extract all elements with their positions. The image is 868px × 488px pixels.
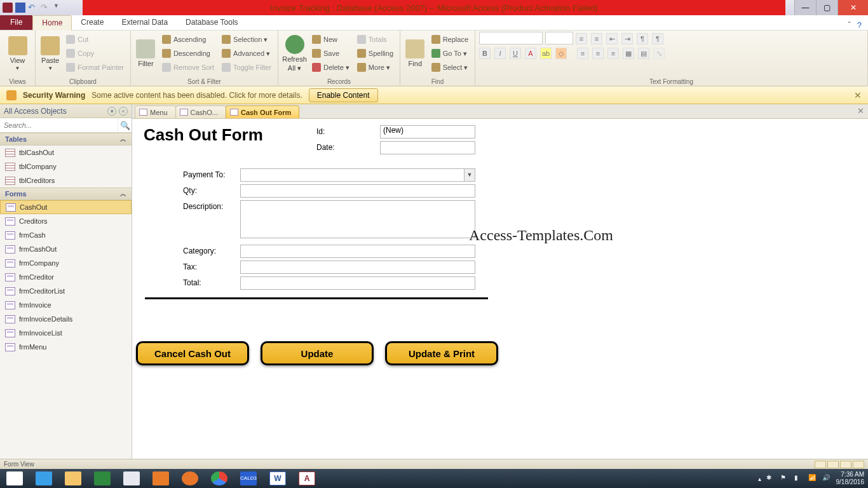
nav-category-tables[interactable]: Tables︽ xyxy=(0,133,132,146)
nav-form-item[interactable]: frmCompany xyxy=(0,256,132,270)
nav-form-item[interactable]: frmCreditor xyxy=(0,270,132,284)
more-button[interactable]: More ▾ xyxy=(355,61,396,74)
nav-form-item[interactable]: frmCashOut xyxy=(0,242,132,256)
nav-form-item[interactable]: Creditors xyxy=(0,214,132,228)
doc-tab-cashout-form[interactable]: Cash Out Form xyxy=(226,105,299,118)
search-input[interactable] xyxy=(0,118,118,132)
filter-button[interactable]: Filter xyxy=(135,32,157,75)
remove-sort-button[interactable]: Remove Sort xyxy=(159,61,217,74)
close-button[interactable]: ✕ xyxy=(837,0,868,15)
taskbar-app2[interactable] xyxy=(146,469,175,488)
total-field[interactable] xyxy=(240,276,475,290)
qat-dropdown-icon[interactable]: ▼ xyxy=(53,3,64,13)
security-warning-message[interactable]: Some active content has been disabled. C… xyxy=(92,91,302,100)
help-icon[interactable]: ? xyxy=(857,20,862,30)
advanced-button[interactable]: Advanced ▾ xyxy=(219,47,274,60)
paste-button[interactable]: Paste▼ xyxy=(39,32,61,75)
undo-icon[interactable]: ↶ xyxy=(28,3,38,13)
tax-field[interactable] xyxy=(240,261,475,274)
tray-up-icon[interactable]: ▴ xyxy=(758,475,761,482)
layout-view-icon[interactable] xyxy=(840,461,851,468)
align-right-icon[interactable]: ≡ xyxy=(607,48,619,59)
numbering-icon[interactable]: ≡ xyxy=(591,33,602,44)
bluetooth-icon[interactable]: ✱ xyxy=(766,474,775,483)
taskbar-firefox[interactable] xyxy=(175,469,205,488)
selection-button[interactable]: Selection ▾ xyxy=(219,33,274,46)
nav-table-item[interactable]: tblCreditors xyxy=(0,173,132,187)
highlight-icon[interactable]: ab xyxy=(540,48,552,59)
minimize-button[interactable]: — xyxy=(794,0,816,15)
update-button[interactable]: Update xyxy=(261,341,374,365)
nav-table-item[interactable]: tblCompany xyxy=(0,159,132,173)
flag-icon[interactable]: ⚑ xyxy=(780,474,789,483)
bullets-icon[interactable]: ≡ xyxy=(576,33,587,44)
sort-asc-button[interactable]: Ascending xyxy=(159,33,217,46)
maximize-button[interactable]: ▢ xyxy=(816,0,837,15)
redo-icon[interactable]: ↷ xyxy=(41,3,51,13)
sort-desc-button[interactable]: Descending xyxy=(159,47,217,60)
update-print-button[interactable]: Update & Print xyxy=(385,341,498,365)
nav-form-item[interactable]: frmCreditorList xyxy=(0,284,132,298)
indent-left-icon[interactable]: ⇤ xyxy=(606,33,618,44)
nav-form-item[interactable]: frmCash xyxy=(0,228,132,242)
indent-right-icon[interactable]: ⇥ xyxy=(621,33,633,44)
tab-home[interactable]: Home xyxy=(32,15,72,30)
category-field[interactable] xyxy=(240,245,475,258)
cancel-cash-out-button[interactable]: Cancel Cash Out xyxy=(136,341,249,365)
cut-button[interactable]: Cut xyxy=(64,33,126,46)
font-name-combo[interactable] xyxy=(479,32,543,44)
nav-form-item[interactable]: frmMenu xyxy=(0,340,132,354)
italic-icon[interactable]: I xyxy=(494,48,506,59)
nav-table-item[interactable]: tblCashOut xyxy=(0,146,132,159)
payment-to-combo[interactable]: ▼ xyxy=(240,168,475,182)
taskbar-store[interactable] xyxy=(88,469,117,488)
align-center-icon[interactable]: ≡ xyxy=(592,48,604,59)
gridlines-icon[interactable]: ▦ xyxy=(623,48,634,59)
refresh-all-button[interactable]: RefreshAll ▾ xyxy=(282,32,307,75)
delete-record-button[interactable]: Delete ▾ xyxy=(309,61,352,74)
nav-collapse-icon[interactable]: « xyxy=(119,107,128,116)
nav-dropdown-icon[interactable]: ▾ xyxy=(107,107,116,116)
tab-database-tools[interactable]: Database Tools xyxy=(177,15,247,30)
alt-row-icon[interactable]: ▤ xyxy=(638,48,649,59)
select-button[interactable]: Select ▾ xyxy=(429,61,471,74)
goto-button[interactable]: Go To ▾ xyxy=(429,47,471,60)
network-icon[interactable]: 📶 xyxy=(808,474,817,483)
nav-form-item[interactable]: frmInvoiceList xyxy=(0,326,132,340)
nav-form-item[interactable]: frmInvoiceDetails xyxy=(0,312,132,326)
nav-form-item[interactable]: CashOut xyxy=(0,200,132,214)
minimize-ribbon-icon[interactable]: ˆ xyxy=(848,20,850,30)
nav-category-forms[interactable]: Forms︽ xyxy=(0,187,132,200)
save-record-button[interactable]: Save xyxy=(309,47,352,60)
doc-tab-cashout[interactable]: CashO... xyxy=(175,105,226,118)
datasheet-view-icon[interactable] xyxy=(827,461,839,468)
doc-tab-close-icon[interactable]: ✕ xyxy=(857,106,864,116)
spelling-button[interactable]: Spelling xyxy=(355,47,396,60)
security-close-icon[interactable]: ✕ xyxy=(854,90,862,100)
taskbar-access[interactable]: A xyxy=(292,469,322,488)
replace-button[interactable]: Replace xyxy=(429,33,471,46)
expand-icon[interactable]: ⤡ xyxy=(653,48,665,59)
taskbar-word[interactable]: W xyxy=(263,469,292,488)
totals-button[interactable]: Totals xyxy=(355,33,396,46)
fill-color-icon[interactable]: ◇ xyxy=(555,48,567,59)
nav-header[interactable]: All Access Objects ▾« xyxy=(0,104,132,118)
volume-icon[interactable]: 🔊 xyxy=(822,474,831,483)
qty-field[interactable] xyxy=(240,184,475,198)
start-button[interactable] xyxy=(0,469,29,488)
search-icon[interactable]: 🔍 xyxy=(118,118,132,132)
taskbar-chrome[interactable] xyxy=(205,469,234,488)
view-button[interactable]: View▼ xyxy=(4,32,31,75)
toggle-filter-button[interactable]: Toggle Filter xyxy=(219,61,274,74)
id-field[interactable]: (New) xyxy=(380,125,475,139)
design-view-icon[interactable] xyxy=(853,461,864,468)
taskbar-cald3[interactable]: CALD3 xyxy=(234,469,263,488)
doc-tab-menu[interactable]: Menu xyxy=(135,105,176,118)
taskbar-ie[interactable] xyxy=(29,469,58,488)
font-size-combo[interactable] xyxy=(545,32,573,44)
font-color-icon[interactable]: A xyxy=(525,48,536,59)
taskbar-app1[interactable] xyxy=(117,469,146,488)
tab-external-data[interactable]: External Data xyxy=(112,15,177,30)
align-left-icon[interactable]: ≡ xyxy=(577,48,588,59)
bold-icon[interactable]: B xyxy=(479,48,491,59)
